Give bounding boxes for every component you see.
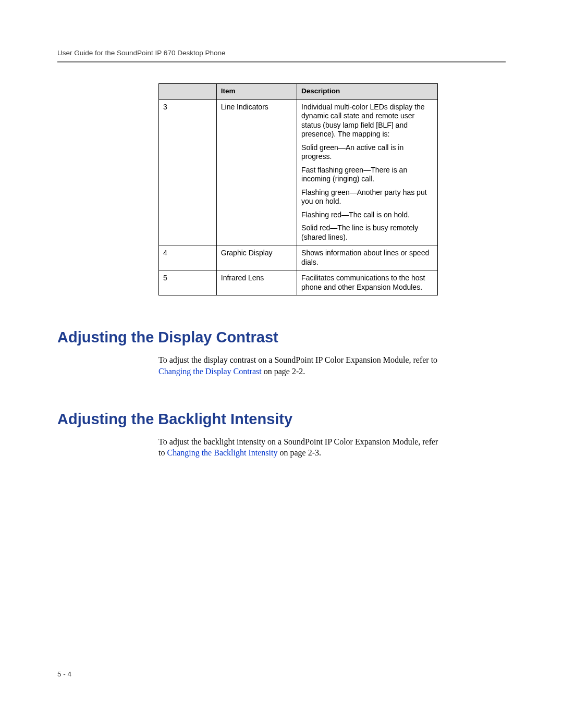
row-num: 3	[159, 99, 217, 245]
table-header-row: Item Description	[159, 84, 438, 100]
desc-line: Flashing red—The call is on hold.	[301, 211, 433, 220]
feature-table: Item Description 3 Line Indicators Indiv…	[158, 83, 438, 295]
row-desc: Individual multi-color LEDs display the …	[297, 99, 438, 245]
col-header-blank	[159, 84, 217, 100]
row-desc: Shows information about lines or speed d…	[297, 245, 438, 270]
desc-line: Flashing green—Another party has put you…	[301, 188, 433, 206]
col-header-item: Item	[216, 84, 297, 100]
desc-line: Solid green—An active call is in progres…	[301, 143, 433, 162]
section-heading-contrast: Adjusting the Display Contrast	[57, 329, 506, 346]
text: on page 2-3.	[277, 448, 321, 457]
table-row: 3 Line Indicators Individual multi-color…	[159, 99, 438, 245]
header-rule	[57, 61, 506, 63]
desc-line: Shows information about lines or speed d…	[301, 249, 433, 267]
desc-line: Fast flashing green—There is an incoming…	[301, 166, 433, 184]
table-row: 5 Infrared Lens Facilitates communicatio…	[159, 270, 438, 295]
row-desc: Facilitates communications to the host p…	[297, 270, 438, 295]
text: To adjust the display contrast on a Soun…	[158, 355, 437, 364]
table-row: 4 Graphic Display Shows information abou…	[159, 245, 438, 270]
desc-line: Individual multi-color LEDs display the …	[301, 103, 433, 139]
running-head: User Guide for the SoundPoint IP 670 Des…	[57, 49, 506, 57]
row-item: Line Indicators	[216, 99, 297, 245]
section-heading-backlight: Adjusting the Backlight Intensity	[57, 411, 506, 428]
row-item: Graphic Display	[216, 245, 297, 270]
row-num: 5	[159, 270, 217, 295]
page-number: 5 - 4	[57, 670, 71, 678]
row-num: 4	[159, 245, 217, 270]
row-item: Infrared Lens	[216, 270, 297, 295]
xref-link-contrast[interactable]: Changing the Display Contrast	[158, 367, 262, 376]
desc-line: Solid red—The line is busy remotely (sha…	[301, 224, 433, 242]
desc-line: Facilitates communications to the host p…	[301, 274, 433, 292]
xref-link-backlight[interactable]: Changing the Backlight Intensity	[167, 448, 277, 457]
section-body-contrast: To adjust the display contrast on a Soun…	[158, 354, 440, 377]
section-body-backlight: To adjust the backlight intensity on a S…	[158, 436, 440, 459]
col-header-desc: Description	[297, 84, 438, 100]
text: on page 2-2.	[262, 367, 305, 376]
